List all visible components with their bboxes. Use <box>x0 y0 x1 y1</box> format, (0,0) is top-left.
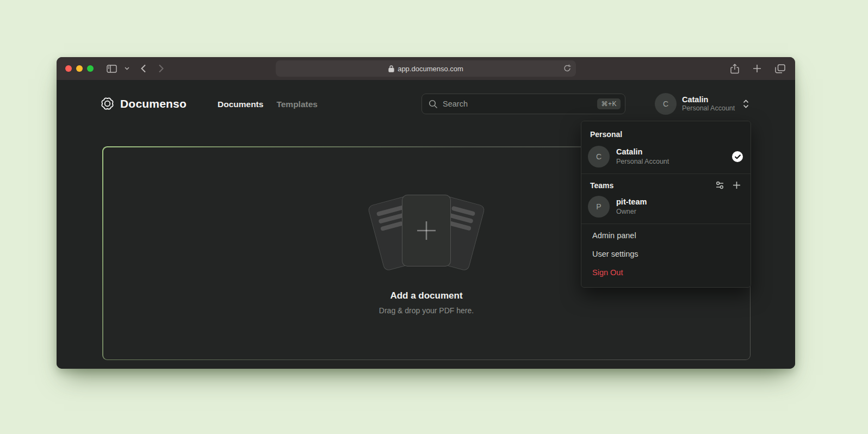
teams-section-header: Teams <box>581 176 751 193</box>
sidebar-toggle-icon[interactable] <box>107 65 117 73</box>
dropzone-subtitle: Drag & drop your PDF here. <box>379 306 474 315</box>
personal-account-avatar: C <box>588 146 610 168</box>
plus-icon <box>414 218 439 243</box>
selected-check-icon <box>732 151 743 162</box>
back-button-icon[interactable] <box>140 64 146 73</box>
personal-account-type: Personal Account <box>616 157 726 166</box>
search-input[interactable] <box>443 100 597 108</box>
nav-documents[interactable]: Documents <box>218 100 263 109</box>
create-team-icon[interactable] <box>733 181 741 189</box>
teams-section-label: Teams <box>590 181 715 190</box>
documenso-logo-icon <box>100 96 115 111</box>
team-role: Owner <box>616 207 743 216</box>
chevron-down-icon[interactable] <box>125 67 129 70</box>
window-controls <box>65 65 94 72</box>
personal-account-item[interactable]: C Catalin Personal Account <box>581 143 751 172</box>
lock-icon <box>388 65 394 72</box>
url-text: app.documenso.com <box>398 65 463 73</box>
new-tab-icon[interactable] <box>753 64 761 73</box>
browser-window: app.documenso.com <box>57 57 795 369</box>
close-window-button[interactable] <box>65 65 72 72</box>
zoom-window-button[interactable] <box>87 65 94 72</box>
search-shortcut-badge: ⌘+K <box>597 98 621 109</box>
share-icon[interactable] <box>730 64 739 74</box>
reload-icon[interactable] <box>563 64 571 72</box>
forward-button-icon[interactable] <box>158 64 164 73</box>
menu-divider <box>581 224 751 224</box>
personal-account-name: Catalin <box>616 147 726 157</box>
search-icon <box>429 100 438 109</box>
account-avatar: C <box>655 93 677 115</box>
brand[interactable]: Documenso <box>100 96 187 111</box>
brand-name: Documenso <box>120 97 187 110</box>
dropzone-title: Add a document <box>390 290 462 301</box>
account-name: Catalin <box>682 95 735 104</box>
tab-overview-icon[interactable] <box>775 64 785 73</box>
primary-nav: Documents Templates <box>218 100 318 109</box>
team-name: pit-team <box>616 197 743 207</box>
account-dropdown-menu: Personal C Catalin Personal Account Team… <box>581 121 751 288</box>
account-type: Personal Account <box>682 104 735 113</box>
browser-toolbar: app.documenso.com <box>57 57 795 80</box>
chevrons-up-down-icon <box>742 99 749 109</box>
manage-teams-icon[interactable] <box>715 181 724 190</box>
menu-item-sign-out[interactable]: Sign Out <box>581 263 751 282</box>
search-bar[interactable]: ⌘+K <box>421 94 625 114</box>
document-cards-illustration <box>356 191 497 273</box>
add-document-card <box>402 195 451 266</box>
team-item[interactable]: P pit-team Owner <box>581 193 751 222</box>
menu-item-user-settings[interactable]: User settings <box>581 245 751 263</box>
address-bar[interactable]: app.documenso.com <box>276 60 576 77</box>
personal-section-label: Personal <box>581 125 751 143</box>
menu-divider <box>581 173 751 174</box>
nav-templates[interactable]: Templates <box>276 100 318 109</box>
team-avatar: P <box>588 196 610 218</box>
account-menu-button[interactable]: C Catalin Personal Account <box>655 93 749 115</box>
menu-item-admin-panel[interactable]: Admin panel <box>581 226 751 245</box>
minimize-window-button[interactable] <box>76 65 83 72</box>
app-content: Documenso Documents Templates ⌘+K C <box>57 80 795 369</box>
